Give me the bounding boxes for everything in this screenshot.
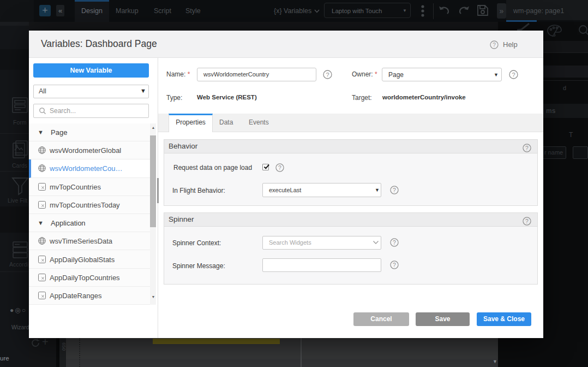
svg-text:?: ?: [326, 72, 329, 78]
svg-text:?: ?: [393, 262, 396, 268]
svg-text:?: ?: [278, 165, 281, 171]
svg-text:?: ?: [525, 145, 529, 151]
svg-text:?: ?: [512, 72, 515, 78]
svg-text:?: ?: [493, 42, 496, 48]
svg-text:?: ?: [525, 218, 529, 224]
svg-text:?: ?: [393, 240, 396, 246]
svg-text:?: ?: [393, 187, 396, 193]
